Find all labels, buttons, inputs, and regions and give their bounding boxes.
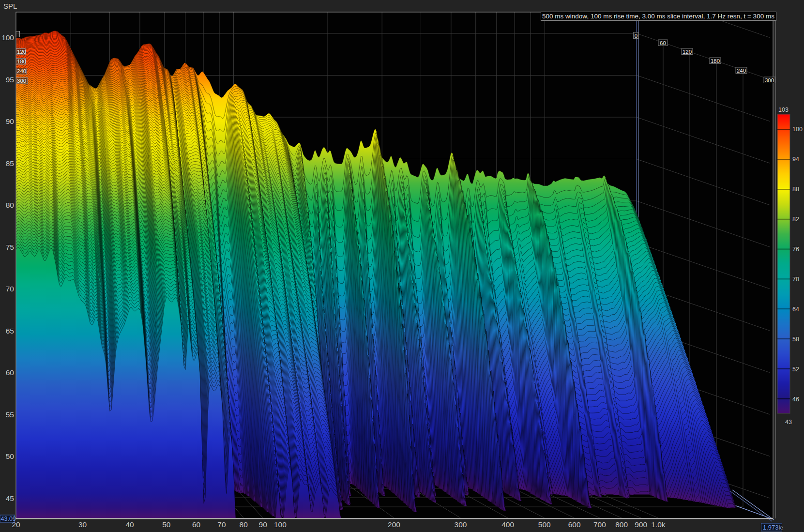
- svg-text:43: 43: [785, 419, 792, 426]
- svg-text:58: 58: [792, 336, 799, 343]
- svg-text:0: 0: [635, 33, 637, 39]
- svg-text:60: 60: [6, 368, 15, 377]
- svg-text:700: 700: [593, 520, 606, 529]
- svg-text:120: 120: [683, 49, 692, 55]
- svg-text:300: 300: [765, 77, 774, 83]
- svg-text:40: 40: [125, 520, 134, 529]
- svg-text:60: 60: [660, 40, 666, 46]
- svg-text:95: 95: [6, 76, 14, 84]
- svg-text:70: 70: [792, 276, 799, 283]
- svg-text:50: 50: [6, 452, 15, 460]
- svg-text:300: 300: [17, 78, 26, 84]
- svg-text:100: 100: [274, 520, 287, 529]
- svg-text:100: 100: [792, 126, 803, 133]
- svg-text:103: 103: [778, 106, 789, 113]
- svg-text:120: 120: [17, 49, 26, 55]
- svg-text:30: 30: [78, 520, 87, 529]
- svg-text:45: 45: [6, 494, 14, 502]
- svg-text:800: 800: [615, 520, 628, 529]
- svg-text:300: 300: [455, 520, 467, 529]
- svg-text:1.973k: 1.973k: [763, 524, 782, 531]
- svg-text:94: 94: [792, 156, 799, 163]
- svg-text:90: 90: [6, 117, 15, 125]
- svg-text:80: 80: [6, 201, 15, 209]
- svg-text:500 ms window, 100 ms rise tim: 500 ms window, 100 ms rise time, 3.00 ms…: [542, 13, 774, 20]
- svg-text:55: 55: [6, 410, 14, 419]
- svg-text:90: 90: [259, 520, 268, 529]
- svg-text:180: 180: [17, 59, 26, 64]
- svg-text:64: 64: [792, 306, 799, 313]
- svg-text:50: 50: [162, 520, 171, 529]
- svg-text:SPL: SPL: [3, 2, 17, 10]
- svg-text:600: 600: [568, 520, 581, 529]
- svg-text:43.09: 43.09: [1, 516, 16, 522]
- svg-text:900: 900: [635, 520, 647, 529]
- svg-text:240: 240: [737, 68, 746, 74]
- svg-text:46: 46: [792, 396, 799, 403]
- svg-text:500: 500: [538, 520, 551, 529]
- svg-text:70: 70: [6, 285, 15, 293]
- svg-text:100: 100: [1, 33, 14, 42]
- svg-text:76: 76: [792, 246, 799, 253]
- svg-text:60: 60: [192, 520, 201, 529]
- svg-text:65: 65: [6, 327, 14, 335]
- svg-text:80: 80: [240, 520, 248, 529]
- svg-text:75: 75: [6, 243, 14, 251]
- svg-text:85: 85: [6, 159, 14, 167]
- svg-text:70: 70: [217, 520, 226, 529]
- svg-text:88: 88: [792, 186, 799, 193]
- svg-text:1.0k: 1.0k: [651, 520, 666, 529]
- svg-text:200: 200: [388, 520, 400, 529]
- svg-text:180: 180: [711, 58, 720, 64]
- svg-text:400: 400: [501, 520, 514, 529]
- svg-text:82: 82: [792, 216, 799, 223]
- svg-text:52: 52: [792, 366, 799, 373]
- svg-text:240: 240: [17, 68, 26, 74]
